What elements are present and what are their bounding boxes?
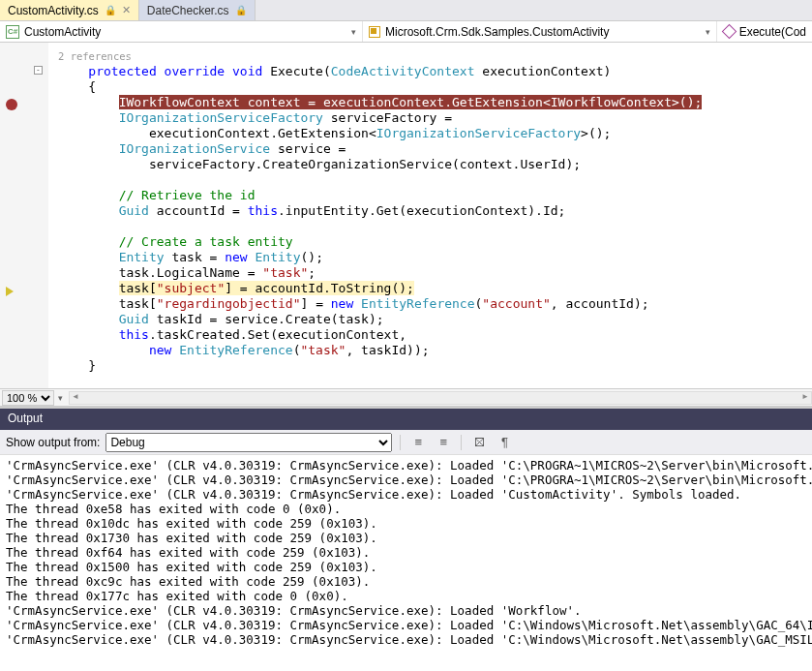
toggle-wrap-icon[interactable]: ¶ — [495, 433, 514, 452]
code-editor[interactable]: - 2 references protected override void E… — [0, 43, 812, 388]
output-panel: Output Show output from: Debug ≡ ≡ ⛝ ¶ '… — [0, 406, 812, 671]
zoom-dropdown[interactable]: 100 % — [2, 390, 54, 406]
output-toolbar: Show output from: Debug ≡ ≡ ⛝ ¶ — [0, 430, 812, 455]
output-text[interactable]: 'CrmAsyncService.exe' (CLR v4.0.30319: C… — [0, 455, 812, 671]
pin-icon[interactable]: 🔒 — [105, 5, 116, 15]
csharp-icon: C# — [6, 25, 19, 39]
find-prev-icon[interactable]: ≡ — [408, 433, 428, 452]
outline-collapse-icon[interactable]: - — [34, 66, 43, 75]
type-dropdown-label: Microsoft.Crm.Sdk.Samples.CustomActivity — [385, 25, 609, 39]
output-source-dropdown[interactable]: Debug — [105, 433, 392, 452]
clear-all-icon[interactable]: ⛝ — [469, 433, 489, 452]
breakpoint-icon[interactable] — [6, 99, 17, 110]
current-statement-icon — [6, 287, 14, 296]
close-icon[interactable]: ✕ — [122, 4, 131, 16]
class-dropdown[interactable]: C# CustomActivity ▾ — [0, 21, 363, 42]
tab-datechecker[interactable]: DateChecker.cs 🔒 — [139, 0, 256, 20]
editor-status-bar: 100 % ▾ — [0, 388, 812, 406]
chevron-down-icon: ▾ — [58, 393, 63, 403]
class-icon — [369, 26, 380, 38]
separator — [461, 435, 462, 450]
document-tabs: CustomActivity.cs 🔒 ✕ DateChecker.cs 🔒 — [0, 0, 812, 21]
tab-label: DateChecker.cs — [147, 4, 229, 17]
method-icon — [723, 26, 735, 38]
type-dropdown[interactable]: Microsoft.Crm.Sdk.Samples.CustomActivity… — [363, 21, 717, 42]
class-dropdown-label: CustomActivity — [24, 25, 101, 39]
navigation-bar: C# CustomActivity ▾ Microsoft.Crm.Sdk.Sa… — [0, 21, 812, 43]
chevron-down-icon: ▾ — [706, 27, 710, 37]
tab-customactivity[interactable]: CustomActivity.cs 🔒 ✕ — [0, 0, 139, 20]
editor-margin[interactable]: - — [0, 43, 48, 388]
horizontal-scrollbar[interactable] — [69, 391, 812, 405]
tab-label: CustomActivity.cs — [8, 4, 99, 17]
code-content[interactable]: 2 references protected override void Exe… — [48, 43, 812, 388]
member-dropdown-label: Execute(Cod — [739, 25, 806, 39]
find-next-icon[interactable]: ≡ — [434, 433, 453, 452]
chevron-down-icon: ▾ — [351, 27, 356, 37]
show-output-label: Show output from: — [6, 436, 100, 449]
member-dropdown[interactable]: Execute(Cod — [717, 21, 812, 42]
pin-icon[interactable]: 🔒 — [235, 5, 247, 15]
output-title[interactable]: Output — [0, 409, 812, 430]
separator — [400, 435, 401, 450]
